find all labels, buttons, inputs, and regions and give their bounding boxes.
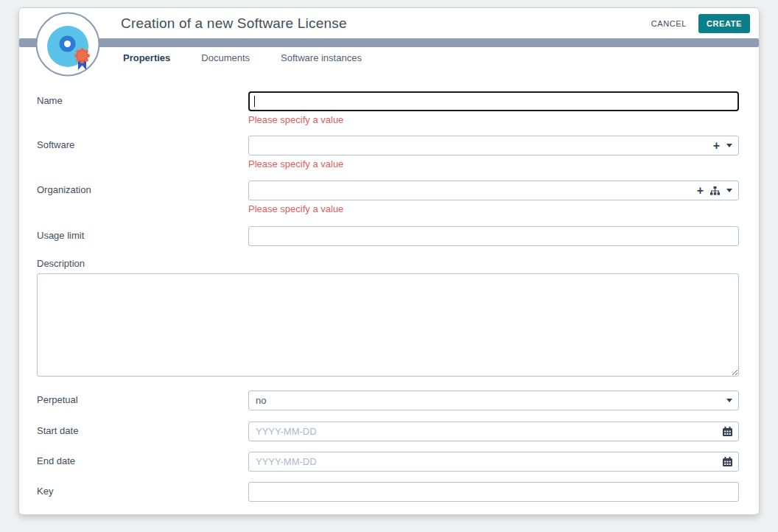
field-row-organization: Organization + Please specify a value xyxy=(37,181,739,214)
organization-input[interactable] xyxy=(248,181,739,200)
calendar-icon[interactable] xyxy=(723,457,732,466)
description-textarea[interactable] xyxy=(37,273,739,377)
name-label: Name xyxy=(37,91,248,125)
field-row-key: Key xyxy=(37,482,739,502)
tabbar-accent-strip xyxy=(19,38,759,47)
tab-documents[interactable]: Documents xyxy=(201,52,250,63)
software-license-icon xyxy=(35,12,100,77)
field-block-description: Description xyxy=(37,258,739,379)
description-label: Description xyxy=(37,258,739,269)
field-row-end-date: End date xyxy=(37,452,739,472)
create-license-dialog: Creation of a new Software License CANCE… xyxy=(18,7,760,515)
key-label: Key xyxy=(37,482,248,502)
field-row-start-date: Start date xyxy=(37,421,739,441)
key-input[interactable] xyxy=(248,482,739,502)
calendar-icon[interactable] xyxy=(723,427,732,436)
start-date-label: Start date xyxy=(37,421,248,441)
license-form: Name Please specify a value Software + P… xyxy=(19,91,759,502)
name-input[interactable] xyxy=(248,91,739,111)
cancel-button[interactable]: CANCEL xyxy=(651,19,687,28)
usage-limit-input[interactable] xyxy=(248,226,739,246)
perpetual-label: Perpetual xyxy=(37,391,248,410)
start-date-input[interactable] xyxy=(248,421,739,441)
dialog-header: Creation of a new Software License CANCE… xyxy=(19,8,759,38)
org-tree-icon[interactable] xyxy=(710,186,720,195)
field-row-name: Name Please specify a value xyxy=(37,91,739,125)
header-actions: CANCEL CREATE xyxy=(651,8,750,38)
organization-error: Please specify a value xyxy=(248,203,739,214)
perpetual-selected-value: no xyxy=(256,395,266,406)
software-input[interactable] xyxy=(248,136,739,155)
name-error: Please specify a value xyxy=(248,114,739,125)
end-date-input[interactable] xyxy=(248,452,739,472)
page-title: Creation of a new Software License xyxy=(121,15,347,32)
field-row-perpetual: Perpetual no xyxy=(37,391,739,410)
tab-software-instances[interactable]: Software instances xyxy=(281,52,362,63)
add-icon[interactable]: + xyxy=(713,140,720,152)
chevron-down-icon[interactable] xyxy=(726,189,732,192)
end-date-label: End date xyxy=(37,452,248,472)
field-row-usage-limit: Usage limit xyxy=(37,226,739,246)
organization-label: Organization xyxy=(37,181,248,214)
usage-limit-label: Usage limit xyxy=(37,226,248,246)
create-button[interactable]: CREATE xyxy=(698,14,750,33)
tabs: Properties Documents Software instances xyxy=(123,52,393,63)
tab-zone: Properties Documents Software instances xyxy=(19,38,759,78)
chevron-down-icon[interactable] xyxy=(726,144,732,147)
tab-properties[interactable]: Properties xyxy=(123,52,170,63)
software-error: Please specify a value xyxy=(248,158,739,169)
field-row-software: Software + Please specify a value xyxy=(37,136,739,169)
software-label: Software xyxy=(37,136,248,169)
add-icon[interactable]: + xyxy=(697,185,704,197)
perpetual-select[interactable]: no xyxy=(248,391,739,410)
chevron-down-icon xyxy=(726,399,732,402)
